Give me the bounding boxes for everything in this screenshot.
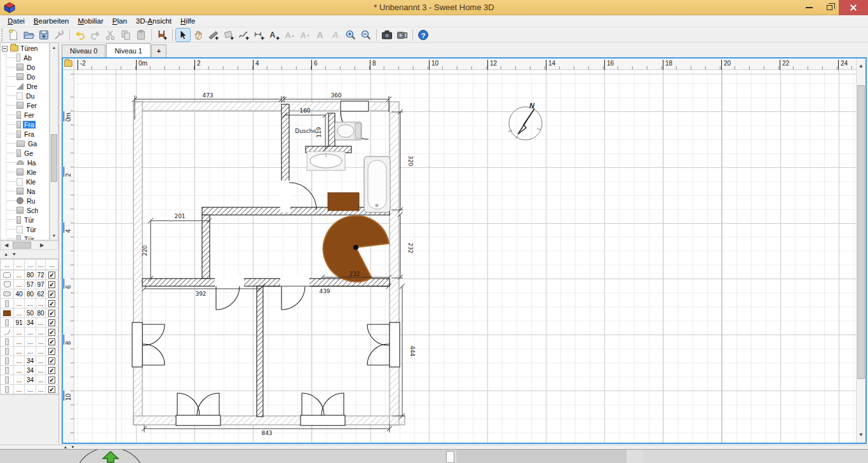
catalog-item[interactable]: Fra xyxy=(1,129,50,139)
menu-item[interactable]: Datei xyxy=(3,17,29,25)
column-header[interactable]: ... xyxy=(46,259,58,270)
column-header[interactable]: ... xyxy=(36,259,46,270)
furniture-cell-visible[interactable]: ✓ xyxy=(46,289,58,298)
catalog-category-doors-windows[interactable]: Türen xyxy=(1,44,37,53)
3d-navigate-up-icon[interactable] xyxy=(98,451,123,463)
visible-checkbox[interactable]: ✓ xyxy=(48,281,55,288)
plan-view[interactable]: -20m24681012141618202224 0m246810 xyxy=(62,57,867,444)
scroll-down-icon[interactable]: ▼ xyxy=(50,232,58,240)
furniture-row[interactable]: ... 34 ... ✓ xyxy=(1,375,58,385)
text-bold-button[interactable]: A xyxy=(313,28,328,42)
furniture-cell-visible[interactable]: ✓ xyxy=(46,299,58,308)
compass[interactable]: N xyxy=(508,102,542,140)
catalog-horizontal-scrollbar[interactable]: ◀ ▶ xyxy=(0,240,58,250)
furniture-cell[interactable]: ... xyxy=(36,337,46,346)
furniture-cell[interactable]: ... xyxy=(14,356,25,365)
scroll-up-icon[interactable]: ▲ xyxy=(857,59,865,74)
furniture-cell[interactable]: ... xyxy=(25,299,36,308)
furniture-cell[interactable]: ... xyxy=(36,347,46,356)
dimension-labels[interactable]: 473 360 160 119 201 220 392 439 232 320 … xyxy=(142,92,416,436)
furniture-cell-icon[interactable] xyxy=(1,328,14,336)
furniture-cell-visible[interactable]: ✓ xyxy=(46,385,58,394)
create-rooms-button[interactable] xyxy=(221,28,236,42)
furniture-cell-visible[interactable]: ✓ xyxy=(46,328,58,336)
help-button[interactable]: ? xyxy=(416,28,431,42)
furniture-cell[interactable]: ... xyxy=(25,337,36,346)
catalog-item[interactable]: Kle xyxy=(1,167,50,177)
furniture-cell[interactable]: ... xyxy=(25,328,36,336)
catalog-item[interactable]: Na xyxy=(1,186,50,196)
catalog-item[interactable]: Kle xyxy=(1,177,50,186)
furniture-cell-icon[interactable] xyxy=(1,347,14,356)
zoom-out-button[interactable] xyxy=(358,28,374,42)
furniture-cell-visible[interactable]: ✓ xyxy=(46,366,58,375)
catalog-item[interactable]: Do xyxy=(1,62,50,72)
furniture-row[interactable]: ... ... ... ✓ xyxy=(1,299,58,308)
catalog-item[interactable]: Ru xyxy=(1,196,50,205)
furniture-cell[interactable]: ... xyxy=(14,375,25,384)
catalog-tree[interactable]: Türen Ab Do xyxy=(0,43,50,240)
catalog-item[interactable]: Sch xyxy=(1,205,50,215)
scrollbar-thumb[interactable] xyxy=(857,85,865,379)
furniture-cell[interactable]: 80 xyxy=(36,308,46,317)
furniture-cell-visible[interactable]: ✓ xyxy=(46,347,58,356)
furniture-cell[interactable]: ... xyxy=(14,299,25,308)
level-tab[interactable]: Niveau 0 xyxy=(62,45,105,57)
visible-checkbox[interactable]: ✓ xyxy=(48,386,55,393)
furniture-cell[interactable]: ... xyxy=(14,337,25,346)
furniture-cell[interactable]: 57 xyxy=(25,280,36,289)
furniture-cell-visible[interactable]: ✓ xyxy=(46,337,58,346)
visible-checkbox[interactable]: ✓ xyxy=(48,367,55,374)
furniture-cell[interactable]: 72 xyxy=(36,270,46,279)
furniture-row[interactable]: ... ... ... ✓ xyxy=(1,337,58,347)
catalog-item[interactable]: Dre xyxy=(1,81,50,91)
scroll-right-icon[interactable]: ▶ xyxy=(37,242,46,249)
text-larger-button[interactable]: A xyxy=(282,28,297,42)
save-button[interactable] xyxy=(36,28,51,42)
menu-item[interactable]: Hilfe xyxy=(176,17,200,25)
catalog-item[interactable]: Fra xyxy=(1,120,50,129)
furniture-cell[interactable]: ... xyxy=(14,308,25,317)
restore-button[interactable] xyxy=(820,0,839,15)
furniture-cell[interactable]: 40 xyxy=(14,289,25,298)
catalog-item[interactable]: Fer xyxy=(1,110,50,120)
furniture-row[interactable]: 91 34 ... ✓ xyxy=(1,318,58,328)
furniture-cell-icon[interactable] xyxy=(1,270,14,279)
photo-button[interactable] xyxy=(379,28,395,42)
catalog-item[interactable]: Tür xyxy=(1,234,50,240)
furniture-cell[interactable]: 34 xyxy=(25,375,36,384)
furniture-row[interactable]: ... 80 72 ✓ xyxy=(1,270,58,280)
catalog-item[interactable]: Fer xyxy=(1,100,50,110)
visible-checkbox[interactable]: ✓ xyxy=(48,300,55,307)
visible-checkbox[interactable]: ✓ xyxy=(48,329,55,336)
furniture-cell-icon[interactable] xyxy=(1,385,14,394)
furniture-cell[interactable]: ... xyxy=(36,318,46,327)
catalog-item[interactable]: Ha xyxy=(1,158,50,167)
menu-item[interactable]: Mobiliar xyxy=(74,17,108,25)
menu-item[interactable]: Plan xyxy=(108,17,132,25)
column-header[interactable]: ... xyxy=(25,259,36,270)
furniture-cell[interactable]: ... xyxy=(36,385,46,394)
video-button[interactable] xyxy=(395,28,410,42)
pan-mode-button[interactable] xyxy=(191,28,206,42)
catalog-item[interactable]: Ab xyxy=(1,53,50,62)
preferences-button[interactable] xyxy=(51,28,67,42)
furniture-cell-icon[interactable] xyxy=(1,308,14,317)
furniture-cell[interactable]: 80 xyxy=(25,289,36,298)
visible-checkbox[interactable]: ✓ xyxy=(48,338,55,345)
menu-item[interactable]: 3D-Ansicht xyxy=(132,17,176,25)
toilet[interactable] xyxy=(335,122,362,140)
scroll-left-icon[interactable]: ◀ xyxy=(2,242,11,249)
catalog-item[interactable]: Tür xyxy=(1,215,50,225)
minimize-button[interactable] xyxy=(799,0,818,15)
wood-cabinet[interactable] xyxy=(328,193,359,211)
visible-checkbox[interactable]: ✓ xyxy=(48,310,55,317)
furniture-cell[interactable]: 34 xyxy=(25,366,36,375)
furniture-row[interactable]: ... ... ... ✓ xyxy=(1,347,58,356)
furniture-cell-icon[interactable] xyxy=(1,356,14,365)
furniture-cell-visible[interactable]: ✓ xyxy=(46,318,58,327)
column-header[interactable]: ... xyxy=(1,259,14,270)
furniture-cell[interactable]: ... xyxy=(14,328,25,336)
cut-button[interactable] xyxy=(103,28,118,42)
scrollbar-thumb[interactable] xyxy=(51,134,57,182)
